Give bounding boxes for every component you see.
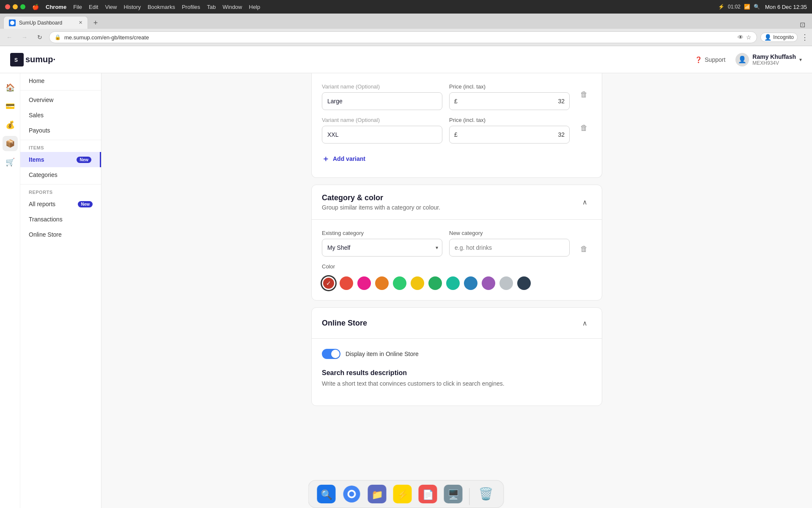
tab-expand-button[interactable]: ⊡ [800,21,805,29]
online-store-toggle[interactable] [322,349,340,359]
svg-point-0 [10,21,14,25]
sidebar-icon-cart[interactable]: 🛒 [3,155,18,170]
items-section-title: ITEMS [20,142,101,152]
dock-item-lightning[interactable]: ⚡ [392,483,414,505]
menu-file[interactable]: File [73,4,82,10]
color-swatch-red-check[interactable]: ✓ [322,276,335,290]
minimize-button[interactable] [13,4,18,9]
user-id: MEXH934V [752,60,796,66]
existing-category-select[interactable]: My Shelf [322,239,442,257]
menu-help[interactable]: Help [249,4,261,10]
category-delete-button[interactable]: 🗑 [576,241,592,257]
tab-close-button[interactable]: ✕ [79,20,82,25]
sidebar-icon-home[interactable]: 🏠 [3,80,18,95]
lock-icon: 🔒 [55,34,61,40]
new-tab-button[interactable]: + [90,17,102,29]
forward-button[interactable]: → [19,31,30,43]
new-category-group: New category [449,230,570,257]
reports-section-title: REPORTS [20,186,101,196]
add-variant-button[interactable]: ＋ Add variant [322,150,365,167]
menu-view[interactable]: View [105,4,117,10]
apple-menu[interactable]: 🍎 [32,4,39,10]
color-swatch-purple[interactable] [482,276,495,290]
color-swatch-green[interactable] [428,276,442,290]
color-swatch-teal[interactable] [446,276,460,290]
sidebar-item-home[interactable]: Home [20,73,101,88]
variant2-name-group: Variant name (Optional) [322,117,442,144]
menu-bookmarks[interactable]: Bookmarks [148,4,175,10]
sumup-logo[interactable]: S sumup· [10,53,55,66]
logo-text: sumup· [25,55,55,64]
user-avatar: 👤 [735,53,749,66]
online-store-collapse-button[interactable]: ∧ [578,316,592,330]
menu-tab[interactable]: Tab [207,4,216,10]
existing-category-label: Existing category [322,230,442,236]
dock-item-finder[interactable]: 🔍 [315,483,337,505]
sidebar-icons: 🏠 💳 💰 📦 🛒 [0,73,20,508]
browser-tab[interactable]: SumUp Dashboard ✕ [3,16,88,29]
color-swatch-pink[interactable] [357,276,371,290]
dock-item-chrome[interactable] [341,483,363,505]
color-swatch-black[interactable] [517,276,531,290]
search-icon[interactable]: 🔍 [754,4,760,10]
back-button[interactable]: ← [3,31,15,43]
variant2-price-input[interactable] [449,126,570,144]
menu-history[interactable]: History [123,4,140,10]
category-body: Existing category My Shelf ▾ New categor… [312,220,602,300]
category-collapse-button[interactable]: ∧ [578,196,592,209]
color-swatch-blue[interactable] [464,276,477,290]
address-bar[interactable]: 🔒 me.sumup.com/en-gb/items/create 👁 ☆ [49,31,757,43]
sidebar-item-transactions[interactable]: Transactions [20,212,101,227]
sidebar-icon-items[interactable]: 📦 [3,136,18,151]
close-button[interactable] [5,4,10,9]
profile-button[interactable]: 👤 Incognito [760,33,798,42]
existing-category-wrapper: My Shelf ▾ [322,239,442,257]
sidebar-icon-sales[interactable]: 💳 [3,99,18,114]
maximize-button[interactable] [20,4,25,9]
dock-item-pdf[interactable]: 📄 [417,483,439,505]
menu-window[interactable]: Window [222,4,242,10]
tab-bar: SumUp Dashboard ✕ + ⊡ [0,14,812,29]
address-bar-row: ← → ↻ 🔒 me.sumup.com/en-gb/items/create … [0,29,812,46]
variant2-name-input[interactable] [322,126,442,144]
online-store-header: Online Store ∧ [312,308,602,339]
menu-edit[interactable]: Edit [89,4,98,10]
privacy-icon[interactable]: 👁 [738,34,743,41]
bookmark-star-icon[interactable]: ☆ [746,34,752,41]
user-info[interactable]: 👤 Ramy Khuffash MEXH934V ▾ [735,53,802,66]
variant1-price-input[interactable] [449,92,570,110]
color-swatch-red[interactable] [340,276,353,290]
variant1-name-input[interactable] [322,92,442,110]
category-card: Category & color Group similar items wit… [311,185,602,301]
variant1-card: Variant name (Optional) Price (incl. tax… [311,73,602,178]
color-swatch-orange[interactable] [375,276,389,290]
sidebar-item-overview[interactable]: Overview [20,92,101,108]
new-category-input[interactable] [449,239,570,257]
variant1-price-wrapper: £ 32 [449,92,570,110]
sidebar-item-all-reports[interactable]: All reports New [20,196,101,212]
category-inputs-row: Existing category My Shelf ▾ New categor… [322,230,592,257]
sidebar-item-payouts[interactable]: Payouts [20,123,101,138]
browser-chrome: SumUp Dashboard ✕ + ⊡ ← → ↻ 🔒 me.sumup.c… [0,14,812,46]
variant1-delete-button[interactable]: 🗑 [576,87,592,102]
sidebar-item-categories[interactable]: Categories [20,167,101,182]
plus-icon: ＋ [322,154,329,164]
color-swatch-yellow[interactable] [411,276,424,290]
variant2-delete-button[interactable]: 🗑 [576,120,592,135]
app-menu-chrome[interactable]: Chrome [46,4,66,10]
dock-item-app2[interactable]: 🖥️ [442,483,464,505]
menu-profiles[interactable]: Profiles [182,4,200,10]
sidebar-item-sales[interactable]: Sales [20,108,101,123]
dock-item-folder[interactable]: 📁 [366,483,388,505]
sidebar-item-items[interactable]: Items New [20,152,101,167]
online-store-body: Display item in Online Store Search resu… [312,339,602,406]
dock-item-trash[interactable]: 🗑️ [475,483,497,505]
sidebar-item-online-store[interactable]: Online Store [20,227,101,242]
browser-more-button[interactable]: ⋮ [801,33,809,42]
color-swatch-gray[interactable] [499,276,513,290]
support-button[interactable]: ❓ Support [695,56,725,63]
menu-bar-right: ⚡ 01:02 📶 🔍 Mon 6 Dec 12:35 [718,4,807,10]
refresh-button[interactable]: ↻ [34,31,46,43]
sidebar-icon-payouts[interactable]: 💰 [3,117,18,133]
color-swatch-light-green[interactable] [393,276,406,290]
